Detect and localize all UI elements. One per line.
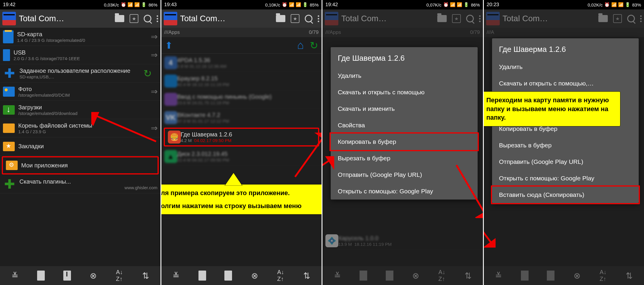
bottom-toolbar: ≚ ⊗ A↓Z↑ ⇅ bbox=[161, 266, 322, 285]
row-title: Загрузки bbox=[18, 104, 158, 111]
ctx-properties[interactable]: Свойства bbox=[331, 117, 478, 134]
ctx-paste-here[interactable]: Вставить сюда (Скопировать) bbox=[491, 185, 640, 204]
list-item[interactable]: Ввод с помощью пиньинь (Google)23.6 M 24… bbox=[161, 90, 322, 108]
row-title: Мои приложения bbox=[21, 162, 155, 169]
row-usb[interactable]: USB2.0 G / 3.6 G /storage/7074-1EEE ⇒ bbox=[0, 46, 160, 64]
list-item[interactable]: VKВКонтакте 4.7.237.3 M 31.01.17 12:12 P… bbox=[161, 108, 322, 127]
sort-button[interactable]: A↓Z↑ bbox=[113, 270, 125, 281]
path-bar: ///Apps 0/79 bbox=[161, 28, 322, 37]
status-time: 19:42 bbox=[325, 2, 426, 8]
context-menu: Где Шаверма 1.2.6 Удалить Скачать и откр… bbox=[331, 47, 478, 200]
bookmark-icon[interactable] bbox=[130, 14, 138, 23]
title-bar: Total Com… bbox=[322, 9, 483, 28]
ctx-delete[interactable]: Удалить bbox=[331, 67, 478, 84]
status-bar: 19:42 0,03K/c ⏰ 📶 📶 🔋 86% bbox=[0, 0, 160, 9]
exchange-button[interactable]: ⇅ bbox=[301, 270, 313, 281]
ctx-download-open[interactable]: Скачать и открыть с помощью bbox=[331, 84, 478, 101]
more-icon bbox=[640, 15, 642, 22]
row-plugins[interactable]: ✚ Скачать плагины...www.ghisler.com bbox=[0, 175, 160, 193]
select-button: ≚ bbox=[331, 270, 343, 281]
row-root[interactable]: Корень файловой системы1.4 G / 23.9 G ⇒ bbox=[0, 119, 160, 137]
more-icon[interactable] bbox=[157, 15, 158, 22]
path-bar: ///Apps 0/79 bbox=[322, 28, 483, 37]
status-time: 19:43 bbox=[164, 2, 265, 8]
row-sub: 1.4 G / 23.9 G bbox=[18, 129, 151, 134]
callout-pointer bbox=[225, 173, 242, 186]
copy-button[interactable] bbox=[35, 270, 47, 281]
title-bar: Total Com… bbox=[484, 9, 644, 28]
search-icon[interactable] bbox=[144, 15, 151, 22]
ctx-delete[interactable]: Удалить bbox=[492, 59, 639, 75]
item-count: 0/79 bbox=[470, 29, 480, 35]
reload-icon[interactable]: ↻ bbox=[310, 39, 318, 51]
list-item: 💠 Карусель 1.0.013.9 M 18.12.16 11:19 PM bbox=[322, 232, 483, 250]
ctx-download-open[interactable]: Скачать и открыть с помощью,… bbox=[492, 75, 639, 88]
search-icon bbox=[627, 15, 635, 22]
row-my-apps[interactable]: Мои приложения bbox=[2, 156, 159, 174]
list-item[interactable]: Браузер 8.2.1542.4 M 18.12.16 11:19 PM bbox=[161, 72, 322, 90]
app-logo-icon bbox=[2, 12, 16, 25]
sort-button[interactable]: A↓Z↑ bbox=[275, 270, 287, 281]
status-battery: 86% bbox=[471, 2, 480, 7]
zip-button bbox=[384, 270, 395, 281]
item-count: 0/79 bbox=[309, 29, 319, 35]
row-bookmarks[interactable]: Закладки bbox=[0, 137, 160, 156]
row-title: SD-карта bbox=[17, 31, 151, 38]
ctx-open-play[interactable]: Открыть с помощью: Google Play bbox=[492, 170, 639, 187]
zip-button bbox=[545, 270, 557, 281]
highlighted-app-date: 04.02.17 09:50 PM bbox=[194, 138, 231, 143]
arrow-icon: ⇒ bbox=[151, 50, 158, 60]
status-speed: 0,10K/c bbox=[265, 2, 280, 7]
more-icon bbox=[479, 15, 481, 22]
context-menu-title: Где Шаверма 1.2.6 bbox=[492, 38, 639, 59]
annotation-text-1: Для примера скопируем это приложение. bbox=[161, 189, 319, 197]
more-icon[interactable] bbox=[318, 15, 319, 22]
select-button[interactable]: ≚ bbox=[170, 270, 182, 281]
folder-icon[interactable] bbox=[115, 15, 124, 22]
ctx-send-url[interactable]: Отправить (Google Play URL) bbox=[492, 154, 639, 170]
ctx-open-play[interactable]: Открыть с помощью: Google Play bbox=[331, 183, 478, 200]
list-item[interactable]: ▲Диск 2.3.012.19.4522.4 M 04.02.17 09:50… bbox=[161, 147, 322, 166]
screen-4: 20:23 0,02K/c ⏰ 📶 📶 🔋 83% Total Com… ///… bbox=[484, 0, 644, 285]
status-battery: 86% bbox=[148, 2, 157, 7]
bookmark-icon[interactable] bbox=[291, 14, 299, 23]
app-title: Total Com… bbox=[19, 14, 112, 23]
cancel-button[interactable]: ⊗ bbox=[249, 270, 260, 281]
ctx-download-edit[interactable]: Скачать и изменить bbox=[331, 101, 478, 117]
ctx-cut-buffer[interactable]: Вырезать в буфер bbox=[492, 137, 639, 154]
current-path: ///Apps bbox=[325, 29, 341, 35]
app-logo-icon bbox=[325, 12, 338, 25]
row-photos[interactable]: Фото/storage/emulated/0/DCIM ⇒ bbox=[0, 83, 160, 101]
ctx-copy-buffer[interactable]: Копировать в буфер bbox=[330, 132, 479, 151]
svg-marker-1 bbox=[225, 173, 242, 186]
zip-button[interactable] bbox=[61, 270, 73, 281]
folder-icon bbox=[3, 123, 15, 133]
ctx-send-url[interactable]: Отправить (Google Play URL) bbox=[331, 167, 478, 183]
current-path: ///Apps bbox=[164, 29, 180, 35]
sort-button: A↓Z↑ bbox=[436, 270, 448, 281]
row-sub: /storage/emulated/0/DCIM bbox=[18, 93, 151, 98]
folder-icon bbox=[598, 15, 608, 22]
copy-button[interactable] bbox=[196, 270, 208, 281]
row-downloads[interactable]: Загрузки/storage/emulated/0/download bbox=[0, 101, 160, 119]
exchange-button[interactable]: ⇅ bbox=[140, 270, 151, 281]
exchange-button: ⇅ bbox=[462, 270, 474, 281]
up-icon[interactable]: ⬆ bbox=[165, 40, 173, 51]
status-battery: 83% bbox=[632, 2, 641, 7]
home-icon[interactable]: ⌂ bbox=[297, 39, 304, 52]
select-button[interactable]: ≚ bbox=[9, 270, 21, 281]
cancel-button[interactable]: ⊗ bbox=[87, 270, 99, 281]
arrow-icon: ⇒ bbox=[151, 87, 158, 96]
row-sdcard[interactable]: SD-карта1.4 G / 23.9 G /storage/emulated… bbox=[0, 28, 160, 46]
photo-icon bbox=[3, 87, 15, 97]
search-icon[interactable] bbox=[305, 15, 312, 22]
row-custom-location[interactable]: ✚ Заданное пользователем расположениеSD-… bbox=[0, 64, 160, 83]
reload-icon[interactable]: ↻ bbox=[141, 67, 154, 80]
zip-button[interactable] bbox=[222, 270, 234, 281]
folder-icon[interactable] bbox=[276, 15, 285, 22]
plus-green-icon: ✚ bbox=[3, 178, 16, 191]
ctx-cut-buffer[interactable]: Вырезать в буфер bbox=[331, 150, 478, 167]
list-item[interactable]: 44PDA 1.5.362.8 M 31.12.16 12:36 AM bbox=[161, 54, 322, 72]
highlighted-app-row[interactable]: 🍔 Где Шаверма 1.2.6 4.2 M 04.02.17 09:50… bbox=[164, 128, 319, 146]
arrow-icon: ⇒ bbox=[151, 123, 158, 133]
